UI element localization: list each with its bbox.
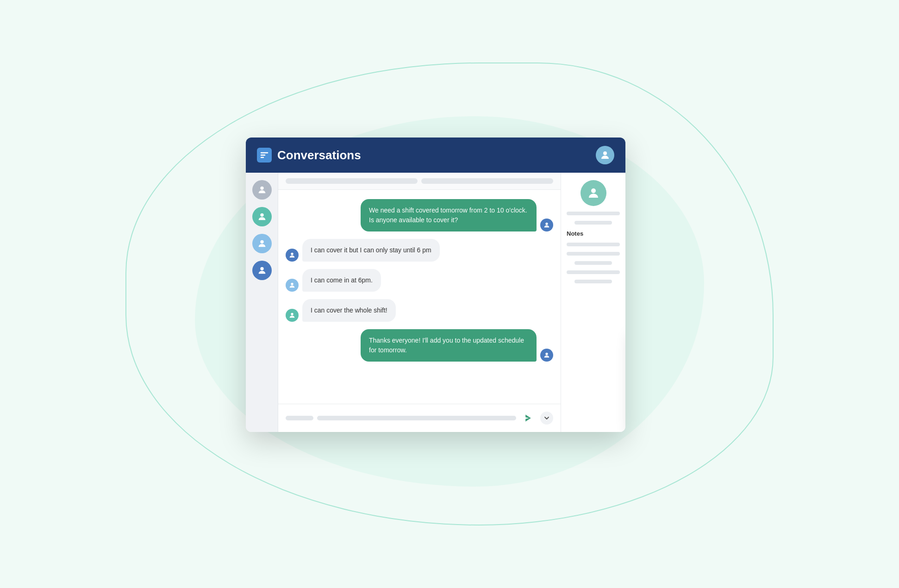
search-placeholder-2: [421, 178, 553, 184]
schedule-dropdown-button[interactable]: [540, 412, 553, 425]
messages-container: We need a shift covered tomorrow from 2 …: [278, 190, 561, 404]
app-logo: [257, 148, 272, 163]
app-header-left: Conversations: [257, 148, 361, 163]
panel-notes-line-1: [567, 243, 620, 246]
message-bubble-3: I can come in at 6pm.: [302, 269, 381, 292]
msg-avatar-5: [540, 349, 553, 362]
message-row-1: We need a shift covered tomorrow from 2 …: [286, 199, 553, 231]
input-bar-1: [286, 416, 313, 420]
svg-point-0: [603, 151, 607, 155]
sidebar-avatar-4[interactable]: [252, 261, 272, 280]
message-bubble-4: I can cover the whole shift!: [302, 299, 396, 322]
svg-point-9: [545, 353, 548, 355]
msg-avatar-2: [286, 249, 299, 262]
svg-point-7: [291, 283, 293, 285]
message-row-2: I can cover it but I can only stay until…: [286, 239, 553, 262]
chat-search-bar: [278, 173, 561, 190]
panel-notes-line-4: [567, 270, 620, 274]
message-bubble-2: I can cover it but I can only stay until…: [302, 239, 440, 262]
search-placeholder-1: [286, 178, 418, 184]
panel-notes-line-5: [574, 280, 612, 283]
input-bar-2: [317, 416, 516, 420]
message-row-4: I can cover the whole shift!: [286, 299, 553, 322]
svg-point-3: [260, 240, 263, 244]
panel-line-1: [567, 212, 620, 215]
msg-avatar-3: [286, 279, 299, 292]
header-user-avatar[interactable]: [596, 146, 614, 164]
panel-notes-line-2: [567, 252, 620, 256]
app-window: Conversations: [246, 138, 625, 432]
sidebar-avatar-1[interactable]: [252, 180, 272, 200]
svg-point-8: [291, 313, 293, 315]
sidebar-avatar-2[interactable]: [252, 207, 272, 226]
svg-point-2: [260, 213, 263, 217]
right-panel: Notes: [561, 173, 625, 432]
panel-user-avatar: [581, 180, 606, 206]
svg-point-11: [591, 188, 596, 193]
message-row-5: Thanks everyone! I'll add you to the upd…: [286, 329, 553, 362]
sidebar-avatar-3[interactable]: [252, 234, 272, 253]
message-bubble-1: We need a shift covered tomorrow from 2 …: [361, 199, 537, 231]
svg-marker-10: [525, 415, 531, 422]
chat-input-area: Schedule Message Tomorrow @ 9:00 am Tomo…: [278, 404, 561, 432]
message-bubble-5: Thanks everyone! I'll add you to the upd…: [361, 329, 537, 362]
app-title: Conversations: [277, 148, 361, 163]
notes-label: Notes: [567, 230, 583, 237]
msg-avatar-1: [540, 219, 553, 231]
svg-point-5: [545, 223, 548, 225]
panel-line-2: [574, 221, 612, 225]
message-row-3: I can come in at 6pm.: [286, 269, 553, 292]
app-header: Conversations: [246, 138, 625, 173]
send-button[interactable]: [520, 410, 537, 426]
svg-point-1: [260, 187, 263, 190]
app-body: We need a shift covered tomorrow from 2 …: [246, 173, 625, 432]
sidebar: [246, 173, 278, 432]
svg-point-4: [260, 267, 263, 270]
msg-avatar-4: [286, 309, 299, 322]
panel-notes-line-3: [574, 261, 612, 265]
chat-area: We need a shift covered tomorrow from 2 …: [278, 173, 561, 432]
svg-point-6: [291, 253, 293, 255]
